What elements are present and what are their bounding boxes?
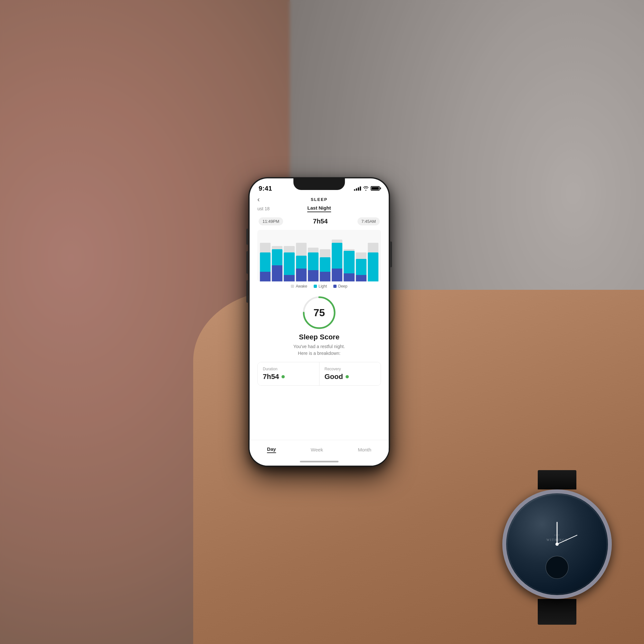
- silent-button[interactable]: [246, 229, 248, 245]
- chart-legend: Awake Light Deep: [257, 281, 381, 290]
- bar-deep: [272, 265, 282, 281]
- legend-deep: Deep: [333, 284, 347, 289]
- bar-deep: [260, 272, 270, 281]
- bar-awake: [272, 246, 282, 249]
- legend-awake-label: Awake: [296, 284, 307, 289]
- watch-strap-top: [538, 470, 576, 489]
- score-circle: 75: [301, 295, 337, 330]
- sleep-score-desc: You've had a restful night. Here is a br…: [293, 343, 345, 357]
- chart-bar-group: [308, 233, 318, 281]
- bar-awake: [356, 252, 366, 259]
- sleep-score-title: Sleep Score: [299, 333, 339, 341]
- phone-wrapper: 9:41: [248, 177, 390, 467]
- sleep-score-section: 75 Sleep Score You've had a restful nigh…: [250, 292, 389, 358]
- duration-indicator-dot: [281, 375, 285, 378]
- bar-awake: [260, 243, 270, 252]
- power-button[interactable]: [390, 241, 392, 267]
- bar-light: [368, 252, 378, 281]
- phone: 9:41: [248, 177, 390, 467]
- legend-deep-label: Deep: [338, 284, 347, 289]
- sleep-chart-area: Awake Light Deep: [250, 229, 389, 292]
- awake-color-dot: [291, 285, 294, 288]
- bar-light: [356, 259, 366, 275]
- legend-light-label: Light: [318, 284, 327, 289]
- watch: WITHINGS SWT: [496, 470, 618, 605]
- back-button[interactable]: ‹: [257, 195, 260, 204]
- stat-duration: Duration 7h54: [258, 362, 319, 385]
- tab-last-night[interactable]: Last Night: [308, 205, 331, 212]
- chart-bar-group: [296, 233, 307, 281]
- bar-awake: [320, 249, 330, 257]
- home-indicator: [300, 461, 338, 462]
- bar-light: [308, 252, 318, 270]
- chart-bar-group: [344, 233, 355, 281]
- status-icons: [354, 186, 380, 191]
- bar-deep: [356, 275, 366, 281]
- bar-deep: [284, 275, 295, 281]
- watch-face: WITHINGS SWT: [502, 489, 612, 599]
- date-label: ust 18: [257, 206, 270, 211]
- legend-light: Light: [314, 284, 327, 289]
- chart-bar-group: [332, 233, 342, 281]
- nav-week[interactable]: Week: [311, 447, 323, 452]
- bar-awake: [308, 248, 318, 252]
- phone-notch: [293, 178, 345, 190]
- svg-point-4: [546, 556, 568, 579]
- deep-color-dot: [333, 285, 336, 288]
- bar-awake: [284, 246, 295, 252]
- chart-bar-group: [368, 233, 378, 281]
- stat-recovery: Recovery Good: [319, 362, 381, 385]
- bar-awake: [368, 243, 378, 252]
- chart-bar-group: [284, 233, 295, 281]
- stats-row: Duration 7h54 Recovery Good: [257, 362, 381, 386]
- recovery-value-row: Good: [325, 373, 375, 381]
- bar-deep: [308, 270, 318, 281]
- app-header: ‹ SLEEP: [250, 194, 389, 203]
- recovery-value: Good: [325, 373, 343, 381]
- chart-bar-group: [260, 233, 270, 281]
- legend-awake: Awake: [291, 284, 307, 289]
- volume-down-button[interactable]: [246, 280, 248, 303]
- signal-icon: [354, 186, 361, 191]
- score-number: 75: [313, 307, 325, 319]
- bar-awake: [332, 240, 342, 243]
- nav-day[interactable]: Day: [267, 446, 276, 453]
- recovery-indicator-dot: [346, 375, 349, 378]
- nav-month[interactable]: Month: [358, 447, 371, 452]
- bar-light: [296, 256, 307, 269]
- chart-bar-group: [356, 233, 366, 281]
- bar-light: [320, 257, 330, 272]
- chart-bar-group: [272, 233, 282, 281]
- sleep-chart: [257, 230, 381, 281]
- sleep-times-row: 11:49PM 7h54 7:45AM: [250, 214, 389, 229]
- light-color-dot: [314, 285, 317, 288]
- bar-deep: [344, 273, 355, 281]
- svg-text:WITHINGS: WITHINGS: [546, 538, 567, 542]
- bar-light: [332, 243, 342, 269]
- status-time: 9:41: [259, 185, 272, 192]
- sleep-end-time: 7:45AM: [357, 217, 380, 225]
- sleep-start-time: 11:49PM: [259, 217, 283, 225]
- svg-text:SWT: SWT: [554, 534, 560, 536]
- date-tab-row: ust 18 Last Night: [250, 203, 389, 214]
- svg-point-3: [555, 543, 559, 546]
- bar-light: [272, 249, 282, 265]
- duration-value: 7h54: [263, 373, 279, 381]
- bar-awake: [296, 243, 307, 256]
- bar-light: [344, 251, 355, 273]
- chart-bar-group: [320, 233, 330, 281]
- header-title: SLEEP: [311, 197, 328, 202]
- recovery-label: Recovery: [325, 367, 375, 371]
- battery-icon: [371, 186, 380, 191]
- wifi-icon: [363, 186, 369, 191]
- duration-label: Duration: [263, 367, 314, 371]
- phone-screen: 9:41: [250, 178, 389, 466]
- sleep-total-duration: 7h54: [313, 218, 328, 225]
- score-desc-line2: Here is a breakdown:: [298, 351, 340, 356]
- volume-up-button[interactable]: [246, 251, 248, 274]
- bar-light: [284, 252, 295, 275]
- bar-light: [260, 252, 270, 272]
- score-desc-line1: You've had a restful night.: [293, 344, 345, 349]
- duration-value-row: 7h54: [263, 373, 314, 381]
- bar-deep: [332, 269, 342, 281]
